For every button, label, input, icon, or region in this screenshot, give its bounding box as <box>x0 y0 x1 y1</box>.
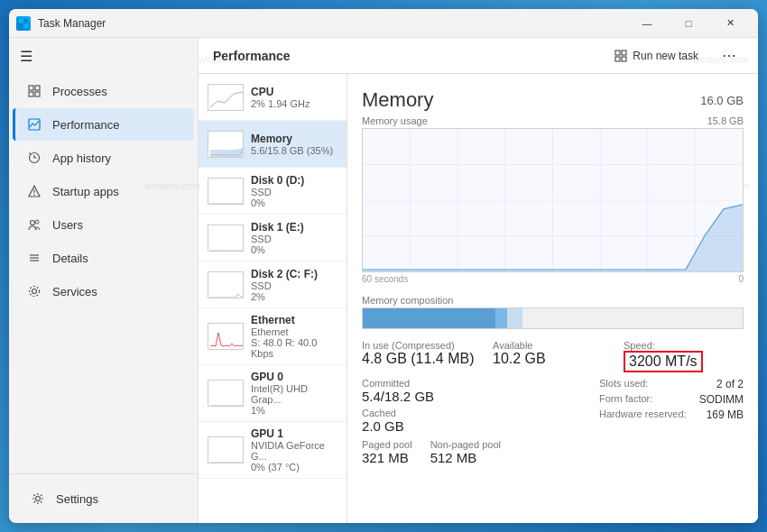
svg-rect-23 <box>615 57 620 61</box>
device-item-memory[interactable]: Memory 5.6/15.8 GB (35%) <box>199 121 347 168</box>
svg-rect-5 <box>35 86 40 90</box>
sidebar-item-details[interactable]: Details <box>13 242 194 274</box>
memory-name: Memory <box>251 133 337 145</box>
gpu1-thumbnail <box>208 436 244 463</box>
available-stat: Available 10.2 GB <box>493 340 613 372</box>
committed-stat: Committed 5.4/18.2 GB <box>362 378 434 404</box>
main-area: Performance Run new task ⋯ <box>199 38 758 523</box>
window-title: Task Manager <box>38 17 626 30</box>
sidebar-header: ☰ <box>9 38 198 74</box>
svg-rect-3 <box>24 24 28 28</box>
available-label: Available <box>493 340 613 351</box>
titlebar: Task Manager — □ ✕ <box>9 9 758 38</box>
left-stats: Committed 5.4/18.2 GB Cached 2.0 GB <box>362 378 434 434</box>
chart-section: Memory usage 15.8 GB <box>362 115 744 284</box>
details-label: Details <box>52 252 88 265</box>
cached-label: Cached <box>362 408 434 418</box>
split-pane: CPU 2% 1.94 GHz Memory <box>199 74 758 523</box>
device-item-ethernet[interactable]: Ethernet Ethernet S: 48.0 R: 40.0 Kbps <box>199 308 347 365</box>
composition-label: Memory composition <box>362 295 744 306</box>
sidebar-item-performance[interactable]: Performance <box>13 108 194 141</box>
svg-rect-2 <box>19 24 23 28</box>
ethernet-thumbnail <box>208 323 244 350</box>
device-item-gpu0[interactable]: GPU 0 Intel(R) UHD Grap... 1% <box>199 365 347 422</box>
paged-pool-value: 321 MB <box>362 450 412 465</box>
ethernet-sub: Ethernet S: 48.0 R: 40.0 Kbps <box>251 326 337 359</box>
gpu1-name: GPU 1 <box>251 427 337 440</box>
hw-reserved-row: Hardware reserved: 169 MB <box>599 408 744 421</box>
app-history-label: App history <box>52 151 111 165</box>
disk0-name: Disk 0 (D:) <box>251 174 337 187</box>
device-item-disk2[interactable]: Disk 2 (C: F:) SSD 2% <box>199 261 347 308</box>
app-icon <box>16 16 31 31</box>
cpu-thumbnail <box>208 84 244 111</box>
more-options-button[interactable]: ⋯ <box>715 43 744 68</box>
form-factor-label: Form factor: <box>599 393 652 406</box>
slots-value: 2 of 2 <box>716 378 744 390</box>
main-header-title: Performance <box>213 49 605 63</box>
disk2-sub: SSD 2% <box>251 280 337 302</box>
main-content: ☰ Processes <box>9 38 758 523</box>
services-label: Services <box>52 285 97 298</box>
in-use-stat: In use (Compressed) 4.8 GB (11.4 MB) <box>362 340 482 372</box>
hw-reserved-label: Hardware reserved: <box>599 408 687 421</box>
svg-rect-24 <box>622 57 626 61</box>
committed-value: 5.4/18.2 GB <box>362 389 434 404</box>
chart-time-label: 60 seconds <box>362 274 408 284</box>
svg-point-14 <box>35 220 39 224</box>
close-button[interactable]: ✕ <box>709 9 751 38</box>
sidebar-item-settings[interactable]: Settings <box>16 482 190 515</box>
gpu1-sub: NVIDIA GeForce G... 0% (37 °C) <box>251 440 337 472</box>
disk2-info: Disk 2 (C: F:) SSD 2% <box>251 268 337 302</box>
run-new-task-button[interactable]: Run new task <box>605 46 707 66</box>
in-use-value: 4.8 GB (11.4 MB) <box>362 351 482 367</box>
sidebar-item-app-history[interactable]: App history <box>13 142 194 174</box>
disk1-thumbnail <box>208 225 244 252</box>
form-factor-row: Form factor: SODIMM <box>599 393 744 406</box>
device-item-cpu[interactable]: CPU 2% 1.94 GHz <box>199 74 347 121</box>
gpu0-info: GPU 0 Intel(R) UHD Grap... 1% <box>251 371 337 416</box>
side-stats: Committed 5.4/18.2 GB Cached 2.0 GB Slot… <box>362 378 744 434</box>
window-controls: — □ ✕ <box>626 9 751 38</box>
services-icon <box>27 284 42 298</box>
sidebar-footer: Settings <box>9 473 198 523</box>
speed-value: 3200 MT/s <box>624 351 744 372</box>
comp-in-use <box>363 308 495 328</box>
hamburger-icon[interactable]: ☰ <box>20 48 32 65</box>
settings-icon <box>31 491 45 506</box>
devices-list: CPU 2% 1.94 GHz Memory <box>199 74 347 523</box>
disk2-thumbnail <box>208 271 244 298</box>
header-actions: Run new task ⋯ <box>605 43 744 68</box>
available-value: 10.2 GB <box>493 351 613 367</box>
processes-label: Processes <box>52 85 107 98</box>
committed-label: Committed <box>362 378 434 389</box>
sidebar-item-startup-apps[interactable]: Startup apps <box>13 175 194 207</box>
memory-sub: 5.6/15.8 GB (35%) <box>251 145 337 156</box>
svg-rect-1 <box>24 19 28 23</box>
sidebar-item-processes[interactable]: Processes <box>13 75 194 107</box>
memory-thumbnail <box>208 131 244 158</box>
svg-point-20 <box>36 497 41 501</box>
stats-row-1: In use (Compressed) 4.8 GB (11.4 MB) Ava… <box>362 340 744 372</box>
comp-standby <box>507 308 522 328</box>
maximize-button[interactable]: □ <box>668 9 709 38</box>
startup-icon <box>27 184 42 198</box>
speed-highlight: 3200 MT/s <box>624 351 703 372</box>
device-item-gpu1[interactable]: GPU 1 NVIDIA GeForce G... 0% (37 °C) <box>199 422 347 479</box>
svg-rect-22 <box>622 50 626 55</box>
run-new-task-label: Run new task <box>633 50 698 62</box>
disk1-sub: SSD 0% <box>251 234 337 255</box>
startup-apps-label: Startup apps <box>52 185 119 198</box>
slots-label: Slots used: <box>599 378 648 390</box>
device-item-disk0[interactable]: Disk 0 (D:) SSD 0% <box>199 168 347 215</box>
svg-rect-0 <box>19 19 23 23</box>
sidebar-item-services[interactable]: Services <box>13 275 194 307</box>
sidebar-item-users[interactable]: Users <box>13 208 194 241</box>
device-item-disk1[interactable]: Disk 1 (E:) SSD 0% <box>199 215 347 261</box>
gpu0-name: GPU 0 <box>251 371 337 383</box>
cpu-info: CPU 2% 1.94 GHz <box>251 86 337 109</box>
details-icon <box>27 251 42 265</box>
minimize-button[interactable]: — <box>626 9 668 38</box>
sidebar: ☰ Processes <box>9 38 199 523</box>
pool-stats: Paged pool 321 MB Non-paged pool 512 MB <box>362 439 744 465</box>
